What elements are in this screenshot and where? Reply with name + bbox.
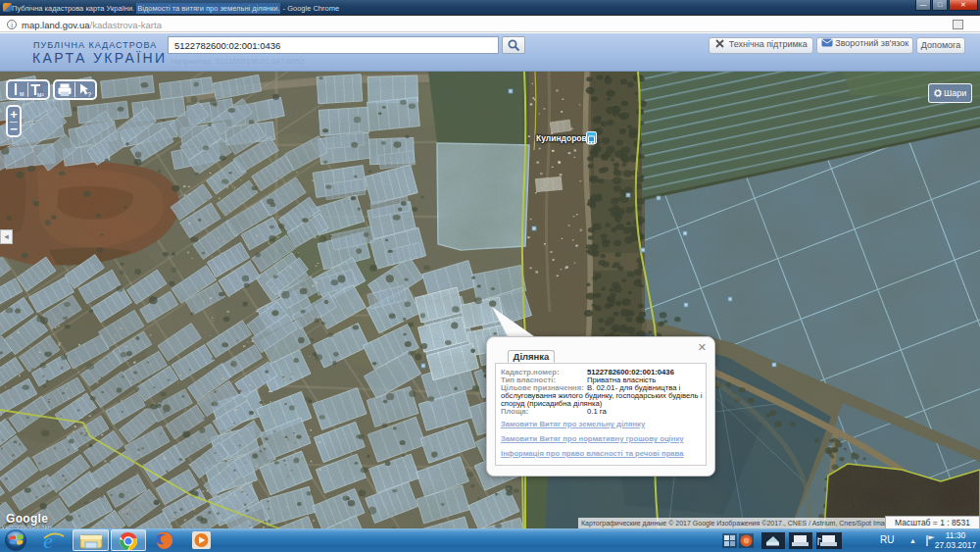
svg-text:?: ? bbox=[87, 90, 91, 99]
svg-text:e: e bbox=[43, 529, 53, 551]
svg-text:м: м bbox=[20, 90, 24, 97]
svg-text:м²: м² bbox=[37, 91, 44, 98]
